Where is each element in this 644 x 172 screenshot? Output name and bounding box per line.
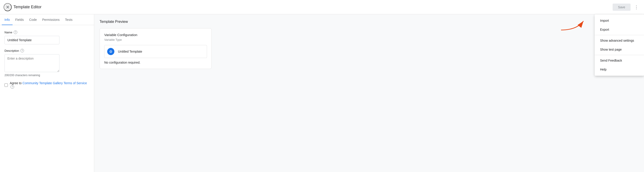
variable-type-label: Variable Type	[104, 38, 207, 41]
preview-item: ⚙ Untitled Template	[104, 45, 207, 58]
variable-config-title: Variable Configuration	[104, 33, 207, 37]
tos-help-icon[interactable]: ?	[10, 85, 14, 89]
send-feedback-item[interactable]: Send Feedback	[595, 56, 644, 65]
description-field-group: Description ? 200/200 characters remaini…	[4, 49, 90, 77]
right-panel: Template Preview Variable Configuration …	[94, 14, 644, 172]
more-icon: ⋮	[634, 4, 638, 10]
header-actions: Save ⋮	[612, 3, 640, 11]
tos-link[interactable]: Community Template Gallery Terms of Serv…	[22, 81, 87, 85]
name-field-group: Name ?	[4, 30, 90, 44]
tab-code[interactable]: Code	[26, 14, 40, 25]
preview-item-label: Untitled Template	[118, 50, 142, 53]
description-help-icon[interactable]: ?	[20, 49, 24, 52]
more-button[interactable]: ⋮	[632, 3, 640, 11]
description-label: Description ?	[4, 49, 90, 52]
show-test-page-item[interactable]: Show test page	[595, 45, 644, 54]
tab-info[interactable]: Info	[2, 14, 12, 25]
preview-title: Template Preview	[100, 20, 638, 24]
tab-tests[interactable]: Tests	[62, 14, 75, 25]
info-form: Name ? Description ? 200/200 characters …	[0, 25, 94, 172]
tab-fields[interactable]: Fields	[12, 14, 26, 25]
close-icon: ✕	[6, 4, 10, 10]
page-title: Template Editor	[14, 5, 612, 9]
close-button[interactable]: ✕	[4, 3, 12, 11]
dropdown-menu: Import Export Show advanced settings Sho…	[595, 14, 644, 76]
tab-permissions[interactable]: Permissions	[40, 14, 62, 25]
dropdown-divider-2	[595, 55, 644, 55]
no-config-text: No configuration required.	[104, 61, 207, 64]
tabs-bar: Info Fields Code Permissions Tests	[0, 14, 94, 25]
description-input[interactable]	[4, 54, 60, 72]
show-advanced-settings-item[interactable]: Show advanced settings	[595, 36, 644, 45]
tos-checkbox-row: Agree to Community Template Gallery Term…	[4, 81, 90, 89]
char-count: 200/200 characters remaining	[4, 74, 90, 77]
main-layout: Info Fields Code Permissions Tests Name …	[0, 14, 644, 172]
header: ✕ Template Editor Save ⋮	[0, 0, 644, 14]
import-item[interactable]: Import	[595, 16, 644, 25]
name-label: Name ?	[4, 30, 90, 34]
help-item[interactable]: Help	[595, 65, 644, 74]
dropdown-divider-1	[595, 35, 644, 35]
export-item[interactable]: Export	[595, 25, 644, 34]
name-input[interactable]	[4, 36, 60, 44]
gear-icon: ⚙	[107, 48, 114, 55]
tos-checkbox[interactable]	[4, 83, 8, 87]
name-help-icon[interactable]: ?	[14, 30, 17, 34]
left-panel: Info Fields Code Permissions Tests Name …	[0, 14, 94, 172]
save-button[interactable]: Save	[612, 3, 630, 11]
tos-label: Agree to Community Template Gallery Term…	[10, 81, 90, 89]
preview-card: Variable Configuration Variable Type ⚙ U…	[100, 28, 212, 69]
